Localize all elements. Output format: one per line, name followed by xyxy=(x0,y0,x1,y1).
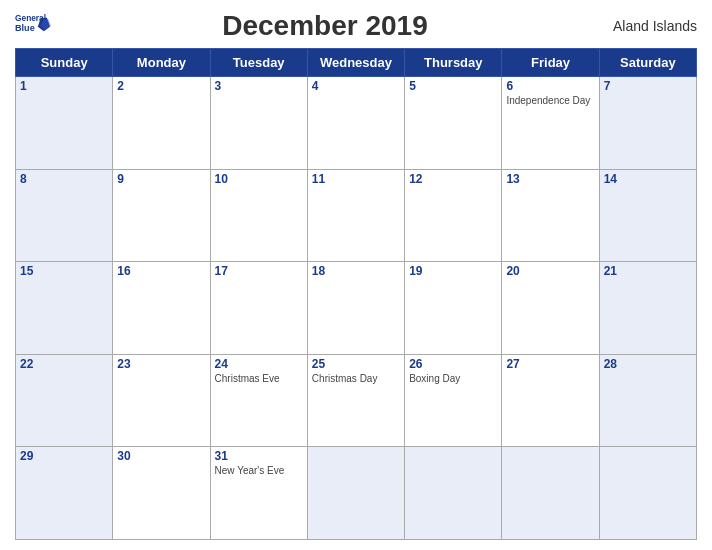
calendar-cell: 20 xyxy=(502,262,599,355)
day-event: Christmas Eve xyxy=(215,373,303,384)
calendar-cell: 24Christmas Eve xyxy=(210,354,307,447)
day-number: 24 xyxy=(215,357,303,371)
day-event: Boxing Day xyxy=(409,373,497,384)
day-number: 17 xyxy=(215,264,303,278)
svg-text:Blue: Blue xyxy=(15,23,35,33)
calendar-cell: 13 xyxy=(502,169,599,262)
calendar-cell: 3 xyxy=(210,77,307,170)
calendar-cell: 22 xyxy=(16,354,113,447)
day-number: 2 xyxy=(117,79,205,93)
calendar-cell xyxy=(405,447,502,540)
day-event: New Year's Eve xyxy=(215,465,303,476)
calendar-cell: 21 xyxy=(599,262,696,355)
day-header-wednesday: Wednesday xyxy=(307,49,404,77)
day-event: Christmas Day xyxy=(312,373,400,384)
day-number: 12 xyxy=(409,172,497,186)
calendar-page: General Blue December 2019 Aland Islands… xyxy=(0,0,712,550)
day-number: 23 xyxy=(117,357,205,371)
day-header-sunday: Sunday xyxy=(16,49,113,77)
day-header-monday: Monday xyxy=(113,49,210,77)
day-number: 1 xyxy=(20,79,108,93)
calendar-cell: 29 xyxy=(16,447,113,540)
calendar-cell: 15 xyxy=(16,262,113,355)
calendar-cell: 6Independence Day xyxy=(502,77,599,170)
week-row-1: 123456Independence Day7 xyxy=(16,77,697,170)
calendar-cell: 18 xyxy=(307,262,404,355)
day-number: 31 xyxy=(215,449,303,463)
day-number: 25 xyxy=(312,357,400,371)
calendar-cell: 5 xyxy=(405,77,502,170)
day-number: 10 xyxy=(215,172,303,186)
calendar-cell: 16 xyxy=(113,262,210,355)
calendar-cell: 26Boxing Day xyxy=(405,354,502,447)
day-number: 13 xyxy=(506,172,594,186)
calendar-header: General Blue December 2019 Aland Islands xyxy=(15,10,697,42)
day-header-saturday: Saturday xyxy=(599,49,696,77)
week-row-5: 293031New Year's Eve xyxy=(16,447,697,540)
day-number: 8 xyxy=(20,172,108,186)
calendar-cell: 2 xyxy=(113,77,210,170)
day-number: 15 xyxy=(20,264,108,278)
day-number: 30 xyxy=(117,449,205,463)
calendar-cell: 31New Year's Eve xyxy=(210,447,307,540)
calendar-cell: 25Christmas Day xyxy=(307,354,404,447)
day-number: 28 xyxy=(604,357,692,371)
day-number: 4 xyxy=(312,79,400,93)
calendar-cell: 14 xyxy=(599,169,696,262)
day-header-friday: Friday xyxy=(502,49,599,77)
calendar-cell xyxy=(599,447,696,540)
day-number: 20 xyxy=(506,264,594,278)
calendar-cell xyxy=(307,447,404,540)
calendar-cell: 27 xyxy=(502,354,599,447)
day-number: 5 xyxy=(409,79,497,93)
day-number: 22 xyxy=(20,357,108,371)
calendar-cell xyxy=(502,447,599,540)
calendar-cell: 17 xyxy=(210,262,307,355)
calendar-cell: 4 xyxy=(307,77,404,170)
day-number: 18 xyxy=(312,264,400,278)
day-number: 27 xyxy=(506,357,594,371)
day-number: 7 xyxy=(604,79,692,93)
calendar-cell: 23 xyxy=(113,354,210,447)
logo-icon: General Blue xyxy=(15,11,53,41)
calendar-cell: 10 xyxy=(210,169,307,262)
calendar-cell: 11 xyxy=(307,169,404,262)
day-number: 29 xyxy=(20,449,108,463)
day-number: 6 xyxy=(506,79,594,93)
logo: General Blue xyxy=(15,11,53,41)
day-number: 19 xyxy=(409,264,497,278)
calendar-cell: 7 xyxy=(599,77,696,170)
week-row-3: 15161718192021 xyxy=(16,262,697,355)
calendar-cell: 30 xyxy=(113,447,210,540)
calendar-title: December 2019 xyxy=(53,10,597,42)
day-number: 9 xyxy=(117,172,205,186)
day-number: 3 xyxy=(215,79,303,93)
day-header-tuesday: Tuesday xyxy=(210,49,307,77)
calendar-cell: 1 xyxy=(16,77,113,170)
calendar-cell: 19 xyxy=(405,262,502,355)
calendar-cell: 28 xyxy=(599,354,696,447)
day-number: 16 xyxy=(117,264,205,278)
day-number: 11 xyxy=(312,172,400,186)
week-row-4: 222324Christmas Eve25Christmas Day26Boxi… xyxy=(16,354,697,447)
calendar-cell: 9 xyxy=(113,169,210,262)
region-label: Aland Islands xyxy=(597,18,697,34)
day-number: 14 xyxy=(604,172,692,186)
calendar-cell: 12 xyxy=(405,169,502,262)
days-header-row: SundayMondayTuesdayWednesdayThursdayFrid… xyxy=(16,49,697,77)
day-header-thursday: Thursday xyxy=(405,49,502,77)
week-row-2: 891011121314 xyxy=(16,169,697,262)
day-number: 26 xyxy=(409,357,497,371)
calendar-cell: 8 xyxy=(16,169,113,262)
day-number: 21 xyxy=(604,264,692,278)
calendar-table: SundayMondayTuesdayWednesdayThursdayFrid… xyxy=(15,48,697,540)
day-event: Independence Day xyxy=(506,95,594,106)
